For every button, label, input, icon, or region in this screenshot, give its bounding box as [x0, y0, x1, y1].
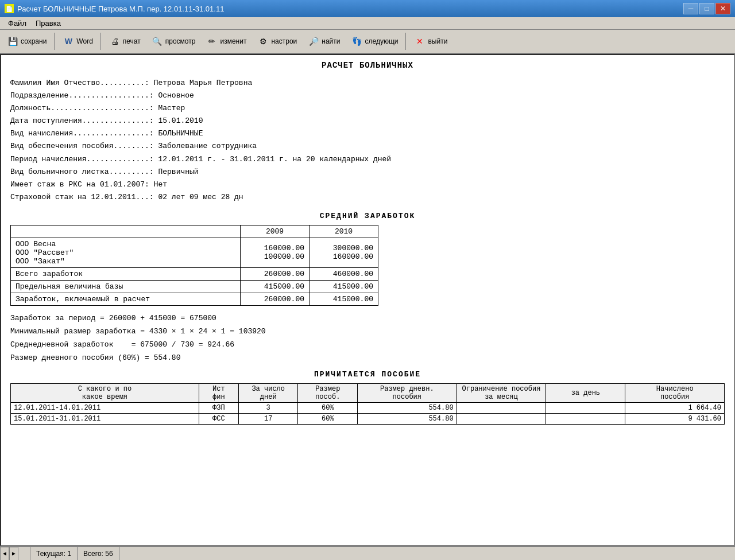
calc-line-1: Минимальный размер заработка = 4330 × 1 …: [10, 327, 725, 336]
payout-days: 17: [238, 413, 298, 424]
print-label: печат: [123, 37, 141, 45]
preview-button[interactable]: 🔍 просмотр: [147, 32, 200, 51]
print-button[interactable]: 🖨 печат: [105, 32, 145, 51]
payout-lim-day-header: за день: [546, 383, 625, 402]
payout-daily: 554.80: [358, 402, 457, 413]
settings-icon: ⚙: [257, 35, 269, 48]
toolbar-sep-3: [405, 33, 406, 50]
total-label: Всего заработок: [11, 267, 241, 280]
find-icon: 🔎: [307, 35, 320, 48]
avg-earnings-title: СРЕДНИЙ ЗАРАБОТОК: [10, 212, 725, 220]
preview-icon: 🔍: [151, 35, 164, 48]
payout-pct-header: Размерпособ.: [298, 383, 358, 402]
print-icon: 🖨: [109, 35, 121, 48]
find-button[interactable]: 🔎 найти: [303, 32, 344, 51]
scroll-right-button[interactable]: ►: [9, 547, 18, 561]
info-line: Период начисления..............: 12.01.2…: [10, 153, 725, 166]
payout-lim-day: [546, 402, 625, 413]
edit-label: изменит: [220, 37, 246, 45]
maximize-button[interactable]: □: [699, 3, 714, 14]
next-icon: 👣: [350, 35, 363, 48]
minimize-button[interactable]: ─: [683, 3, 698, 14]
calc-base-2010: 415000.00: [310, 293, 378, 305]
title-bar-buttons: ─ □ ✕: [683, 3, 730, 14]
calc-line-3: Размер дневного пособия (60%) = 554.80: [10, 353, 725, 362]
year-2009-header: 2009: [241, 225, 310, 238]
exit-label: выйти: [428, 37, 447, 45]
page-title: РАСЧЕТ БОЛЬНИЧНЫХ: [10, 61, 725, 70]
calc-line-2: Среднедневной заработок = 675000 / 730 =…: [10, 340, 725, 349]
payout-days-header: За числодней: [238, 383, 298, 402]
payout-days: 3: [238, 402, 298, 413]
calc-line-0: Заработок за период = 260000 + 415000 = …: [10, 314, 725, 322]
info-block: Фамилия Имя Отчество..........: Петрова …: [10, 77, 725, 204]
word-label: Word: [76, 37, 92, 45]
title-bar: 📄 Расчет БОЛЬНИЧНЫЕ Петрова М.П. пер. 12…: [0, 0, 735, 17]
info-line: Подразделение..................: Основно…: [10, 90, 725, 102]
payout-lim-month: [457, 402, 546, 413]
earnings-table: 2009 2010 ООО ВеснаООО "Рассвет"ООО "Зак…: [10, 225, 378, 306]
payout-daily: 554.80: [358, 413, 457, 424]
status-bar: ◄ ► Текущая: 1 Всего: 56: [0, 546, 735, 560]
max-base-2009: 415000.00: [241, 280, 310, 293]
payout-lim-month-header: Ограничение пособияза месяц: [457, 383, 546, 402]
payout-total: 1 664.40: [625, 402, 725, 413]
payout-pct: 60%: [298, 413, 358, 424]
payout-title: ПРИЧИТАЕТСЯ ПОСОБИЕ: [10, 370, 725, 379]
find-label: найти: [322, 37, 340, 45]
info-line: Должность......................: Мастер: [10, 102, 725, 115]
payout-period: 15.01.2011-31.01.2011: [11, 413, 199, 424]
exit-button[interactable]: ✕ выйти: [409, 32, 451, 51]
exit-icon: ✕: [413, 35, 426, 48]
calc-base-2009: 260000.00: [241, 293, 310, 305]
status-current: Текущая: 1: [30, 547, 78, 560]
scroll-left-button[interactable]: ◄: [0, 547, 9, 561]
close-button[interactable]: ✕: [715, 3, 730, 14]
org-2009-cell: 160000.00100000.00: [241, 238, 310, 267]
edit-button[interactable]: ✏ изменит: [202, 32, 250, 51]
payout-src-header: Истфин: [199, 383, 238, 402]
org-2010-cell: 300000.00160000.00: [310, 238, 378, 267]
menu-edit[interactable]: Правка: [31, 18, 65, 29]
payout-daily-header: Размер дневн.пособия: [358, 383, 457, 402]
word-button[interactable]: W Word: [58, 32, 96, 51]
payout-table: С какого и покакое время Истфин За число…: [10, 383, 725, 425]
info-line: Вид обеспечения пособия........: Заболев…: [10, 140, 725, 153]
payout-period: 12.01.2011-14.01.2011: [11, 402, 199, 413]
calc-base-label: Заработок, включаемый в расчет: [11, 293, 241, 305]
save-label: сохрани: [21, 37, 47, 45]
info-line: Страховой стаж на 12.01.2011...: 02 лет …: [10, 191, 725, 204]
payout-row: 15.01.2011-31.01.2011 ФСС 17 60% 554.80 …: [11, 413, 725, 424]
info-line: Имеет стаж в РКС на 01.01.2007: Нет: [10, 178, 725, 191]
payout-pct: 60%: [298, 402, 358, 413]
edit-icon: ✏: [206, 35, 218, 48]
info-line: Вид начисления.................: БОЛЬНИЧ…: [10, 127, 725, 140]
menu-file[interactable]: Файл: [3, 18, 31, 29]
info-line: Дата поступления...............: 15.01.2…: [10, 115, 725, 127]
toolbar-sep-1: [54, 33, 55, 50]
payout-lim-month: [457, 413, 546, 424]
next-label: следующи: [365, 37, 398, 45]
year-2010-header: 2010: [310, 225, 378, 238]
payout-src: ФСС: [199, 413, 238, 424]
word-icon: W: [62, 35, 75, 48]
status-total: Всего: 56: [78, 547, 119, 560]
app-icon: 📄: [5, 4, 14, 13]
next-button[interactable]: 👣 следующи: [346, 32, 402, 51]
total-2009: 260000.00: [241, 267, 310, 280]
settings-button[interactable]: ⚙ настрои: [253, 32, 301, 51]
total-2010: 460000.00: [310, 267, 378, 280]
save-button[interactable]: 💾 сохрани: [2, 32, 51, 51]
org-names-cell: ООО ВеснаООО "Рассвет"ООО "Закат": [11, 238, 241, 267]
toolbar: 💾 сохрани W Word 🖨 печат 🔍 просмотр ✏ из…: [0, 30, 735, 54]
main-content: РАСЧЕТ БОЛЬНИЧНЫХ Фамилия Имя Отчество..…: [0, 54, 735, 546]
payout-row: 12.01.2011-14.01.2011 ФЗП 3 60% 554.80 1…: [11, 402, 725, 413]
payout-period-header: С какого и покакое время: [11, 383, 199, 402]
payout-lim-day: [546, 413, 625, 424]
max-base-label: Предельная величина базы: [11, 280, 241, 293]
menu-bar: Файл Правка: [0, 17, 735, 30]
settings-label: настрои: [271, 37, 297, 45]
preview-label: просмотр: [165, 37, 196, 45]
toolbar-sep-2: [100, 33, 101, 50]
payout-src: ФЗП: [199, 402, 238, 413]
